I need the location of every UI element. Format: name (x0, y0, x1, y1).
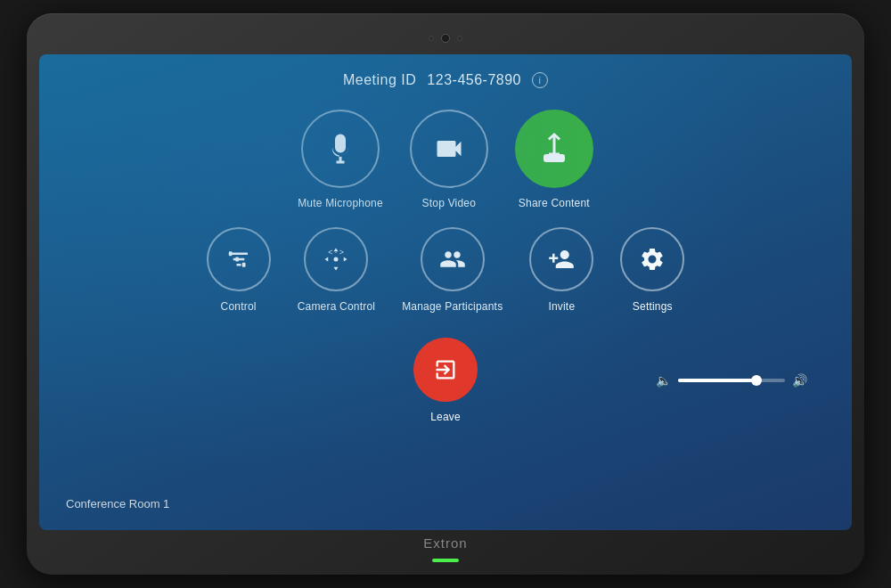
mute-microphone-circle[interactable] (301, 110, 380, 188)
share-icon (538, 133, 570, 165)
sliders-icon (225, 246, 252, 273)
volume-slider[interactable] (678, 379, 785, 382)
volume-low-icon: 🔈 (656, 373, 671, 388)
share-content-button[interactable]: Share Content (515, 110, 593, 209)
manage-participants-label: Manage Participants (402, 300, 503, 313)
leave-icon (433, 357, 458, 382)
invite-button[interactable]: Invite (529, 227, 593, 313)
indicator-light-2 (457, 36, 462, 41)
svg-rect-0 (228, 251, 232, 256)
settings-button[interactable]: Settings (620, 227, 684, 313)
screen: Meeting ID 123-456-7890 i Mute Microphon… (39, 54, 852, 530)
svg-rect-1 (235, 257, 239, 262)
share-content-circle[interactable] (515, 110, 593, 188)
device-frame: Meeting ID 123-456-7890 i Mute Microphon… (27, 13, 864, 575)
main-button-row: Mute Microphone Stop Video (66, 110, 825, 209)
control-button[interactable]: Control (207, 227, 271, 313)
leave-section: Leave (413, 338, 478, 423)
control-circle[interactable] (207, 227, 271, 291)
volume-high-icon: 🔊 (792, 373, 807, 388)
leave-button[interactable]: Leave (413, 338, 478, 423)
info-icon[interactable]: i (532, 72, 548, 88)
indicator-light (429, 36, 434, 41)
volume-fill (678, 379, 753, 382)
leave-circle[interactable] (413, 338, 478, 402)
svg-point-5 (334, 257, 339, 262)
settings-circle[interactable] (620, 227, 684, 291)
manage-participants-button[interactable]: Manage Participants (402, 227, 503, 313)
mute-microphone-button[interactable]: Mute Microphone (298, 110, 383, 209)
bottom-bezel: Extron (39, 530, 852, 555)
meeting-header: Meeting ID 123-456-7890 i (66, 72, 825, 88)
invite-label: Invite (548, 300, 575, 313)
video-icon (433, 133, 465, 165)
participants-icon (439, 246, 466, 273)
brand-name: Extron (423, 535, 467, 551)
control-label: Control (221, 300, 257, 313)
room-label: Conference Room 1 (66, 497, 169, 510)
stop-video-circle[interactable] (410, 110, 488, 188)
volume-section: 🔈 🔊 (656, 373, 807, 388)
stop-video-button[interactable]: Stop Video (410, 110, 488, 209)
camera-control-icon: < · > · (323, 246, 349, 273)
settings-label: Settings (633, 300, 673, 313)
volume-thumb[interactable] (751, 375, 762, 386)
meeting-id-value: 123-456-7890 (427, 72, 521, 88)
top-bezel (39, 26, 852, 51)
gear-icon (639, 246, 666, 273)
camera-control-button[interactable]: < · > · Camera Control (298, 227, 376, 313)
stop-video-label: Stop Video (422, 197, 477, 209)
camera-control-label: Camera Control (298, 300, 376, 313)
camera-lens (441, 34, 450, 43)
bottom-row: Leave 🔈 🔊 (66, 338, 825, 423)
status-led (432, 559, 459, 562)
manage-participants-circle[interactable] (421, 227, 485, 291)
mute-microphone-label: Mute Microphone (298, 197, 383, 209)
leave-label: Leave (430, 411, 461, 423)
share-content-label: Share Content (519, 197, 590, 209)
secondary-button-row: Control < · > · Camera Control (66, 227, 825, 313)
invite-icon (548, 246, 575, 273)
meeting-id-label: Meeting ID (343, 72, 416, 88)
microphone-icon (324, 133, 356, 165)
camera-control-circle[interactable]: < · > · (304, 227, 368, 291)
svg-rect-2 (241, 263, 245, 267)
invite-circle[interactable] (529, 227, 593, 291)
